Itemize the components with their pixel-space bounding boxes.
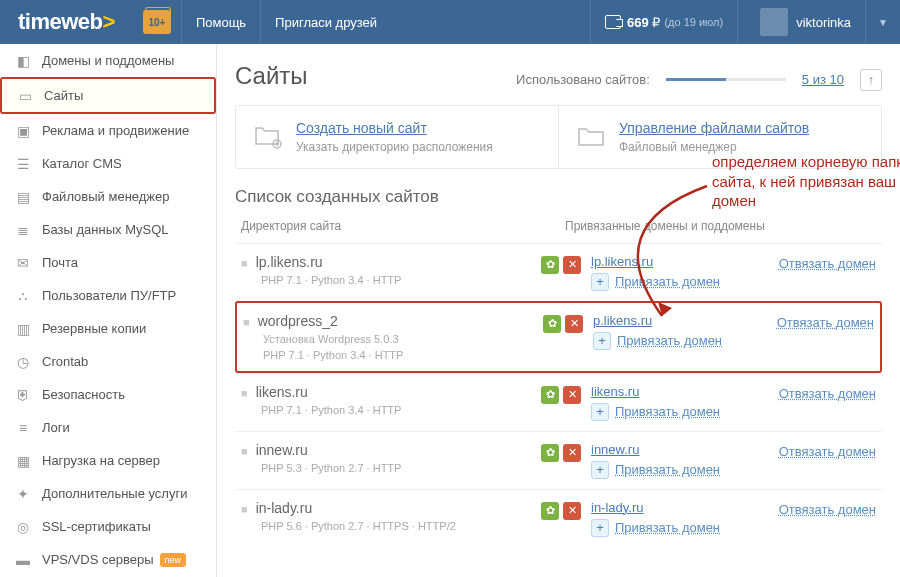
site-settings-button[interactable]: ✿	[541, 502, 559, 520]
folder-icon: ■	[241, 257, 248, 269]
balance-currency: ₽	[652, 15, 660, 30]
col-directory: Директория сайта	[235, 219, 565, 233]
sidebar-item-backup[interactable]: ▥Резервные копии	[0, 312, 216, 345]
unbind-domain-link[interactable]: Отвязать домен	[779, 384, 876, 401]
site-name[interactable]: innew.ru	[256, 442, 308, 458]
sidebar-item-security[interactable]: ⛨Безопасность	[0, 378, 216, 411]
create-site-link[interactable]: Создать новый сайт	[296, 120, 427, 136]
site-delete-button[interactable]: ✕	[563, 444, 581, 462]
site-meta: PHP 7.1 · Python 3.4 · HTTP	[243, 349, 543, 361]
domain-link[interactable]: in-lady.ru	[591, 500, 644, 515]
unbind-domain-link[interactable]: Отвязать домен	[779, 442, 876, 459]
ads-icon: ▣	[14, 124, 32, 138]
site-row: ■likens.ruPHP 7.1 · Python 3.4 · HTTP✿✕l…	[235, 373, 882, 431]
user-menu[interactable]: viktorinka	[737, 0, 865, 44]
notification-badge[interactable]: 10+	[143, 10, 171, 34]
sidebar-item-label: Каталог CMS	[42, 156, 122, 171]
sidebar-item-users[interactable]: ⛬Пользователи ПУ/FTP	[0, 279, 216, 312]
annotation-text: определяем корневую папку сайта, к ней п…	[712, 152, 900, 211]
site-name[interactable]: likens.ru	[256, 384, 308, 400]
nav-invite[interactable]: Пригласи друзей	[260, 0, 391, 44]
bind-domain-link[interactable]: Привязать домен	[617, 333, 722, 348]
new-badge: new	[160, 553, 187, 567]
site-delete-button[interactable]: ✕	[563, 256, 581, 274]
bind-domain-button[interactable]: +	[591, 403, 609, 421]
sidebar-item-extra[interactable]: ✦Дополнительные услуги	[0, 477, 216, 510]
bind-domain-link[interactable]: Привязать домен	[615, 462, 720, 477]
site-name[interactable]: lp.likens.ru	[256, 254, 323, 270]
manage-files-link[interactable]: Управление файлами сайтов	[619, 120, 809, 136]
sidebar-item-vps[interactable]: ▬VPS/VDS серверыnew	[0, 543, 216, 576]
folder-icon: ■	[241, 387, 248, 399]
sidebar-item-label: Резервные копии	[42, 321, 146, 336]
nav-help[interactable]: Помощь	[181, 0, 260, 44]
domain-link[interactable]: likens.ru	[591, 384, 639, 399]
create-site-card[interactable]: Создать новый сайт Указать директорию ра…	[236, 106, 558, 168]
site-meta: PHP 7.1 · Python 3.4 · HTTP	[241, 404, 541, 416]
site-name[interactable]: in-lady.ru	[256, 500, 313, 516]
sidebar-item-label: Нагрузка на сервер	[42, 453, 160, 468]
sidebar-item-label: VPS/VDS серверы	[42, 552, 154, 567]
site-settings-button[interactable]: ✿	[543, 315, 561, 333]
logo[interactable]: timeweb>	[0, 9, 133, 35]
backup-icon: ▥	[14, 322, 32, 336]
logs-icon: ≡	[14, 421, 32, 435]
sidebar-item-label: Пользователи ПУ/FTP	[42, 288, 176, 303]
sidebar-item-cms[interactable]: ☰Каталог CMS	[0, 147, 216, 180]
usage-link[interactable]: 5 из 10	[802, 72, 844, 87]
site-delete-button[interactable]: ✕	[565, 315, 583, 333]
user-menu-caret[interactable]: ▼	[865, 0, 900, 44]
sidebar-item-label: Безопасность	[42, 387, 125, 402]
bind-domain-button[interactable]: +	[591, 273, 609, 291]
domain-link[interactable]: innew.ru	[591, 442, 639, 457]
site-domains: p.likens.ru+Привязать домен	[593, 313, 765, 350]
site-domains: innew.ru+Привязать домен	[591, 442, 767, 479]
domains-icon: ◧	[14, 54, 32, 68]
bind-domain-link[interactable]: Привязать домен	[615, 274, 720, 289]
sidebar-item-cron[interactable]: ◷Crontab	[0, 345, 216, 378]
balance[interactable]: 669 ₽ (до 19 июл)	[590, 0, 737, 44]
bind-domain-button[interactable]: +	[591, 519, 609, 537]
bind-domain-link[interactable]: Привязать домен	[615, 404, 720, 419]
site-settings-button[interactable]: ✿	[541, 386, 559, 404]
unbind-domain-link[interactable]: Отвязать домен	[779, 254, 876, 271]
sidebar-item-files[interactable]: ▤Файловый менеджер	[0, 180, 216, 213]
table-header: Директория сайта Привязанные домены и по…	[235, 219, 882, 233]
sidebar-item-label: Crontab	[42, 354, 88, 369]
sidebar-item-load[interactable]: ▦Нагрузка на сервер	[0, 444, 216, 477]
site-domains: in-lady.ru+Привязать домен	[591, 500, 767, 537]
scroll-up-button[interactable]: ↑	[860, 69, 882, 91]
sidebar-item-ads[interactable]: ▣Реклама и продвижение	[0, 114, 216, 147]
usage-indicator: Использовано сайтов: 5 из 10 ↑	[516, 69, 882, 91]
site-settings-button[interactable]: ✿	[541, 444, 559, 462]
unbind-domain-link[interactable]: Отвязать домен	[777, 313, 874, 330]
sidebar-item-sites[interactable]: ▭Сайты	[2, 79, 214, 112]
ssl-icon: ◎	[14, 520, 32, 534]
site-name[interactable]: wordpress_2	[258, 313, 338, 329]
sidebar-item-mysql[interactable]: ≣Базы данных MySQL	[0, 213, 216, 246]
domain-link[interactable]: p.likens.ru	[593, 313, 652, 328]
folder-icon: ■	[241, 503, 248, 515]
site-delete-button[interactable]: ✕	[563, 386, 581, 404]
bind-domain-link[interactable]: Привязать домен	[615, 520, 720, 535]
site-row: ■innew.ruPHP 5.3 · Python 2.7 · HTTP✿✕in…	[235, 431, 882, 489]
unbind-domain-link[interactable]: Отвязать домен	[779, 500, 876, 517]
sidebar-item-domains[interactable]: ◧Домены и поддомены	[0, 44, 216, 77]
domain-link[interactable]: lp.likens.ru	[591, 254, 653, 269]
sidebar-item-mail[interactable]: ✉Почта	[0, 246, 216, 279]
site-install: Установка Wordpress 5.0.3	[243, 333, 543, 345]
sidebar-item-label: Базы данных MySQL	[42, 222, 169, 237]
site-settings-button[interactable]: ✿	[541, 256, 559, 274]
usage-label: Использовано сайтов:	[516, 72, 650, 87]
site-row: ■in-lady.ruPHP 5.6 · Python 2.7 · HTTPS …	[235, 489, 882, 547]
site-domains: lp.likens.ru+Привязать домен	[591, 254, 767, 291]
cms-icon: ☰	[14, 157, 32, 171]
bind-domain-button[interactable]: +	[591, 461, 609, 479]
files-icon: ▤	[14, 190, 32, 204]
vps-icon: ▬	[14, 553, 32, 567]
bind-domain-button[interactable]: +	[593, 332, 611, 350]
create-site-icon	[252, 120, 284, 152]
sidebar-item-ssl[interactable]: ◎SSL-сертификаты	[0, 510, 216, 543]
site-delete-button[interactable]: ✕	[563, 502, 581, 520]
sidebar-item-logs[interactable]: ≡Логи	[0, 411, 216, 444]
